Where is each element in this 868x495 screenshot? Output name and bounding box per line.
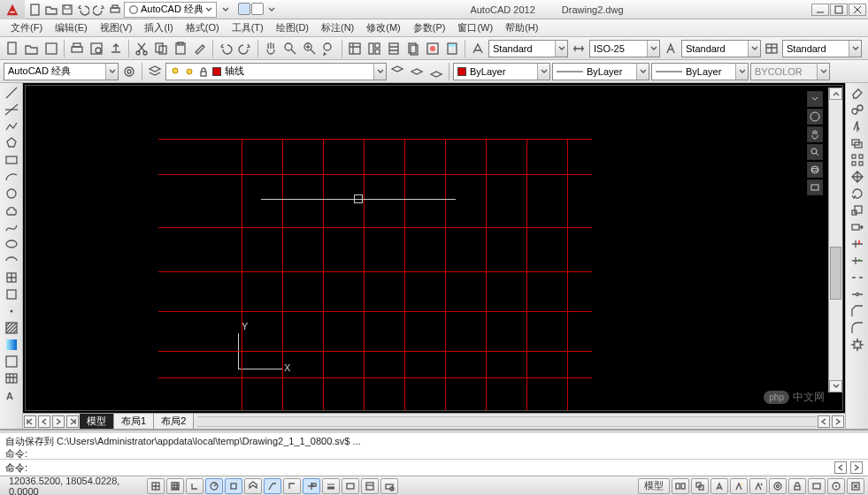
menu-format[interactable]: 格式(O): [181, 20, 225, 35]
new-button[interactable]: [4, 40, 21, 57]
nav-showmotion-icon[interactable]: [807, 179, 823, 195]
layer-combo[interactable]: 轴线: [165, 63, 387, 80]
tab-last-icon[interactable]: [66, 415, 79, 428]
rect-tool[interactable]: [3, 152, 20, 168]
workspace-combo-2[interactable]: AutoCAD 经典: [4, 63, 119, 80]
offset-tool[interactable]: [849, 135, 866, 151]
nav-caret-icon[interactable]: [807, 91, 823, 107]
linetype-combo[interactable]: ByLayer: [552, 63, 649, 80]
text-style-icon[interactable]: [662, 40, 680, 57]
grid-box-2-icon[interactable]: [251, 3, 264, 15]
menu-file[interactable]: 文件(F): [5, 20, 48, 35]
insert-block-tool[interactable]: [3, 270, 20, 286]
table-style-icon[interactable]: [763, 40, 780, 57]
join-tool[interactable]: [849, 286, 866, 302]
menu-window[interactable]: 窗口(W): [452, 20, 498, 35]
design-center-button[interactable]: [365, 40, 383, 57]
minimize-icon[interactable]: [811, 4, 829, 16]
dyn-toggle[interactable]: [303, 478, 320, 494]
publish-button[interactable]: [107, 40, 125, 57]
cmd-scroll-left-icon[interactable]: [834, 461, 847, 474]
ws-settings-icon[interactable]: [120, 63, 138, 80]
nav-orbit-icon[interactable]: [807, 162, 823, 178]
menu-dim[interactable]: 标注(N): [316, 20, 359, 35]
layer-prev-button[interactable]: [427, 63, 445, 80]
array-tool[interactable]: [849, 152, 866, 168]
menu-param[interactable]: 参数(P): [408, 20, 451, 35]
scroll-down-icon[interactable]: [829, 380, 842, 392]
menu-modify[interactable]: 修改(M): [361, 20, 406, 35]
matchprop-button[interactable]: [191, 40, 209, 57]
lineweight-combo[interactable]: ByLayer: [651, 63, 749, 80]
hscroll-left-icon[interactable]: [818, 415, 830, 428]
zoom-previous-button[interactable]: [320, 40, 338, 57]
menu-edit[interactable]: 编辑(E): [50, 20, 93, 35]
line-tool[interactable]: [3, 85, 20, 101]
undo-icon[interactable]: [76, 3, 90, 17]
zoom-window-button[interactable]: [301, 40, 319, 57]
table-style-combo[interactable]: Standard: [782, 40, 862, 57]
qat-caret-icon[interactable]: [265, 3, 279, 17]
grid-toggle[interactable]: [166, 478, 184, 494]
app-logo[interactable]: [0, 0, 25, 19]
ducs-toggle[interactable]: [283, 478, 301, 494]
ortho-toggle[interactable]: [186, 478, 204, 494]
toolbar-lock-icon[interactable]: [788, 478, 806, 494]
cut-button[interactable]: [133, 40, 150, 57]
extend-tool[interactable]: [849, 253, 866, 269]
tab-model[interactable]: 模型: [80, 414, 114, 429]
tab-next-icon[interactable]: [52, 415, 65, 428]
menu-view[interactable]: 视图(V): [95, 20, 138, 35]
paste-button[interactable]: [172, 40, 189, 57]
dim-style-icon[interactable]: [570, 40, 588, 57]
fillet-tool[interactable]: [849, 320, 866, 336]
erase-tool[interactable]: [849, 85, 866, 101]
annoscale-icon[interactable]: [711, 478, 728, 494]
layer-props-button[interactable]: [146, 63, 164, 80]
tab-prev-icon[interactable]: [38, 415, 50, 428]
sc-toggle[interactable]: [380, 478, 398, 494]
3dosnap-toggle[interactable]: [244, 478, 262, 494]
table-tool[interactable]: [3, 370, 20, 386]
osnap-toggle[interactable]: [225, 478, 242, 494]
workspace-combo[interactable]: AutoCAD 经典: [124, 2, 217, 18]
maximize-icon[interactable]: [830, 4, 848, 16]
plot-preview-button[interactable]: [88, 40, 105, 57]
undo-button[interactable]: [217, 40, 234, 57]
dim-style-combo[interactable]: ISO-25: [589, 40, 660, 57]
calc-button[interactable]: [443, 40, 461, 57]
anno-style-icon[interactable]: [469, 40, 487, 57]
spline-tool[interactable]: [3, 219, 20, 235]
drawing-canvas[interactable]: X Y php: [25, 85, 843, 411]
make-block-tool[interactable]: [3, 286, 20, 302]
tab-first-icon[interactable]: [24, 415, 36, 428]
stretch-tool[interactable]: [849, 219, 866, 235]
vertical-scrollbar[interactable]: [828, 88, 842, 392]
print-button[interactable]: [68, 40, 86, 57]
color-combo[interactable]: ByLayer: [453, 63, 550, 80]
rotate-tool[interactable]: [849, 186, 866, 202]
tpy-toggle[interactable]: [342, 478, 359, 494]
layer-match-button[interactable]: [408, 63, 426, 80]
new-icon[interactable]: [28, 3, 42, 17]
revcloud-tool[interactable]: [3, 202, 20, 218]
redo-icon[interactable]: [92, 3, 106, 17]
explode-tool[interactable]: [849, 337, 866, 353]
ws-switch-icon[interactable]: [769, 478, 787, 494]
polar-toggle[interactable]: [205, 478, 223, 494]
xline-tool[interactable]: [3, 102, 20, 118]
gradient-tool[interactable]: [3, 337, 20, 353]
properties-button[interactable]: [346, 40, 364, 57]
ellipse-arc-tool[interactable]: [3, 253, 20, 269]
qat-more-icon[interactable]: [219, 3, 233, 17]
mtext-tool[interactable]: A: [3, 387, 20, 403]
lwt-toggle[interactable]: [322, 478, 340, 494]
cmd-scroll-right-icon[interactable]: [850, 461, 863, 474]
hscroll-right-icon[interactable]: [832, 415, 844, 428]
clean-screen-icon[interactable]: [847, 478, 864, 494]
break-tool[interactable]: [849, 270, 866, 286]
region-tool[interactable]: [3, 354, 20, 369]
open-icon[interactable]: [44, 3, 58, 17]
chamfer-tool[interactable]: [849, 303, 866, 319]
circle-tool[interactable]: [3, 186, 20, 202]
